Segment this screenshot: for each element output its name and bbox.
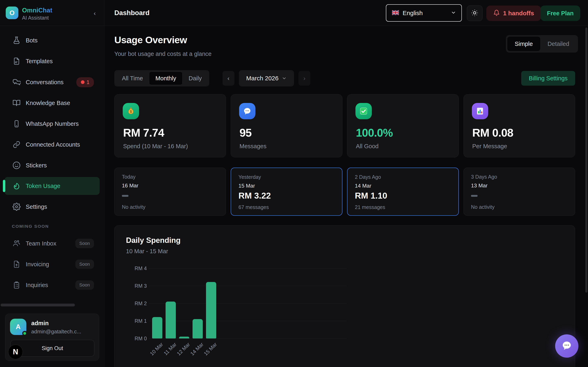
language-select[interactable]: English — [386, 4, 462, 22]
app-tagline: AI Assistant — [22, 15, 49, 21]
next-month-button[interactable]: › — [298, 71, 310, 86]
gridline — [149, 303, 346, 304]
dev-tools-badge[interactable]: N — [8, 345, 23, 359]
link-icon — [12, 141, 21, 149]
sidebar-header: O OmniChat AI Assistant ‹ — [0, 0, 104, 26]
day-card-3-days-ago: 3 Days Ago 13 Mar No activity — [463, 167, 575, 216]
tab-all-time[interactable]: All Time — [116, 72, 149, 85]
sidebar-item-knowledge-base[interactable]: Knowledge Base — [4, 94, 100, 112]
flask-icon — [12, 36, 21, 44]
stat-label: Per Message — [472, 143, 507, 150]
sidebar-item-whatsapp-numbers[interactable]: WhatsApp Numbers — [4, 115, 100, 133]
day-note: No activity — [122, 204, 145, 210]
sidebar-item-label: Settings — [26, 203, 47, 210]
chevron-down-icon — [451, 10, 456, 16]
handoffs-count: 1 handoffs — [503, 10, 534, 17]
day-label: 3 Days Ago — [471, 174, 497, 180]
sidebar-item-label: Templates — [26, 58, 53, 65]
sidebar-item-settings[interactable]: Settings — [4, 198, 100, 216]
stat-label: All Good — [356, 143, 379, 150]
sidebar-item-label: Invoicing — [26, 261, 49, 268]
day-note: 21 messages — [355, 204, 385, 210]
sidebar-item-connected-accounts[interactable]: Connected Accounts — [4, 136, 100, 154]
stat-label: Spend (10 Mar - 16 Mar) — [123, 143, 188, 150]
sidebar-item-label: Knowledge Base — [26, 100, 70, 106]
bar-10-mar[interactable] — [152, 317, 162, 338]
day-label: 2 Days Ago — [355, 174, 381, 180]
unread-dot-icon — [81, 80, 85, 84]
y-axis-tick: RM 1 — [116, 318, 147, 324]
no-activity-dash — [471, 195, 477, 197]
day-note: No activity — [471, 204, 494, 210]
day-note: 67 messages — [238, 204, 269, 210]
coming-soon-label: COMING SOON — [12, 224, 49, 229]
soon-badge: Soon — [75, 280, 94, 290]
file-up-icon — [12, 260, 21, 268]
sidebar-item-bots[interactable]: Bots — [4, 31, 100, 49]
clipboard-icon — [12, 281, 21, 289]
chat-icon — [12, 78, 21, 86]
sidebar-item-conversations[interactable]: Conversations 1 — [4, 73, 100, 91]
bar-14-mar[interactable] — [192, 319, 203, 338]
sidebar-item-stickers[interactable]: Stickers — [4, 156, 100, 174]
user-name: admin — [31, 320, 49, 327]
tab-monthly[interactable]: Monthly — [149, 72, 182, 85]
day-date: 15 Mar — [238, 183, 255, 189]
stat-value: 100.0% — [356, 126, 393, 139]
chevron-right-icon: › — [303, 75, 305, 82]
gear-icon — [12, 203, 21, 211]
stat-label: Messages — [240, 143, 267, 150]
bar-chart-icon — [472, 103, 488, 119]
tab-simple[interactable]: Simple — [507, 37, 540, 51]
stat-value: RM 0.08 — [472, 126, 513, 139]
gridline — [149, 286, 346, 286]
sidebar-item-templates[interactable]: Templates — [4, 52, 100, 70]
gridline — [149, 321, 346, 321]
day-date: 16 Mar — [122, 183, 138, 189]
range-tabs: All Time Monthly Daily — [114, 70, 209, 86]
online-status-dot — [22, 331, 27, 336]
page-subtitle: Your bot usage and costs at a glance — [114, 50, 212, 57]
check-mark-icon — [355, 103, 372, 119]
bar-12-mar[interactable] — [179, 337, 189, 338]
chat-widget-button[interactable] — [555, 334, 579, 358]
page-scrollbar[interactable] — [585, 27, 587, 292]
billing-settings-button[interactable]: Billing Settings — [521, 71, 575, 86]
stat-card-health: 100.0% All Good — [347, 94, 459, 157]
theme-toggle-button[interactable] — [467, 6, 483, 21]
sidebar-item-token-usage[interactable]: Token Usage — [4, 177, 100, 195]
bar-11-mar[interactable] — [165, 301, 176, 338]
sidebar-horizontal-scrollbar[interactable] — [1, 304, 75, 307]
tab-detailed[interactable]: Detailed — [540, 37, 577, 51]
day-card-2-days-ago: 2 Days Ago 14 Mar RM 1.10 21 messages — [347, 167, 459, 216]
month-selector[interactable]: March 2026 — [239, 70, 294, 86]
chevron-left-icon: ‹ — [94, 10, 96, 17]
sign-out-button[interactable]: Sign Out — [10, 340, 94, 357]
day-label: Yesterday — [238, 174, 261, 180]
previous-month-button[interactable]: ‹ — [223, 71, 234, 86]
sidebar-item-label: WhatsApp Numbers — [26, 120, 79, 127]
sidebar-collapse-button[interactable]: ‹ — [94, 10, 96, 17]
speech-balloon-icon — [561, 340, 572, 352]
stat-value: 95 — [240, 126, 251, 139]
sidebar-item-team-inbox[interactable]: Team Inbox Soon — [4, 234, 100, 252]
tab-daily[interactable]: Daily — [182, 72, 208, 85]
bar-15-mar[interactable] — [206, 282, 216, 338]
plan-badge[interactable]: Free Plan — [540, 6, 580, 21]
handoffs-notification[interactable]: 1 handoffs — [486, 6, 541, 21]
sidebar-item-inquiries[interactable]: Inquiries Soon — [4, 276, 100, 294]
gridline — [149, 268, 346, 268]
app-screen: O OmniChat AI Assistant ‹ Bots Templates — [0, 0, 588, 367]
daily-spending-card: Daily Spending 10 Mar - 15 Mar RM 4 RM 3… — [114, 225, 575, 367]
gridline — [149, 338, 346, 339]
day-date: 13 Mar — [471, 183, 488, 189]
money-bag-icon: $ — [123, 103, 139, 119]
topbar: Dashboard English 1 handoffs Free Plan — [104, 0, 588, 26]
app-logo: O — [6, 7, 18, 19]
sidebar-item-invoicing[interactable]: Invoicing Soon — [4, 255, 100, 273]
soon-badge: Soon — [75, 259, 94, 269]
sidebar-item-label: Bots — [26, 37, 38, 44]
active-indicator — [3, 180, 5, 192]
book-icon — [12, 99, 21, 107]
sidebar-item-label: Token Usage — [26, 183, 60, 189]
